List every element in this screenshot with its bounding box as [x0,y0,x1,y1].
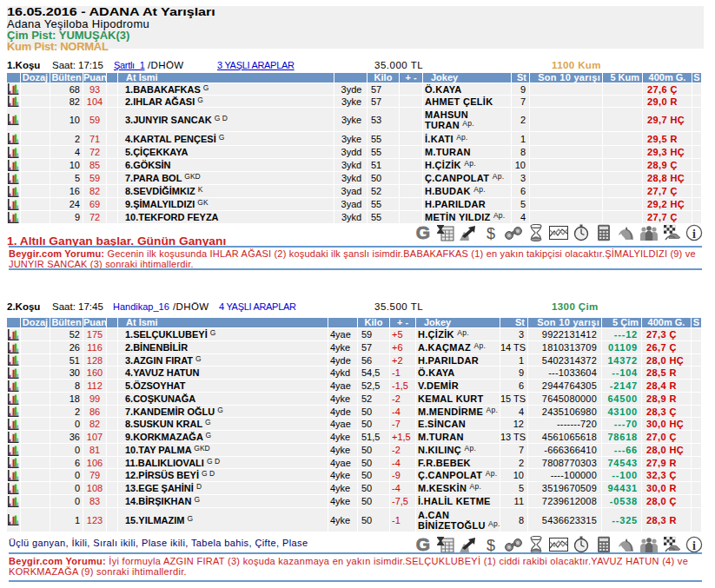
svg-text:$: $ [487,537,495,554]
svg-text:i: i [692,228,696,241]
svg-text:$: $ [487,225,495,242]
svg-text:G: G [416,536,430,553]
svg-text:G: G [416,224,430,241]
svg-text:i: i [692,539,696,552]
